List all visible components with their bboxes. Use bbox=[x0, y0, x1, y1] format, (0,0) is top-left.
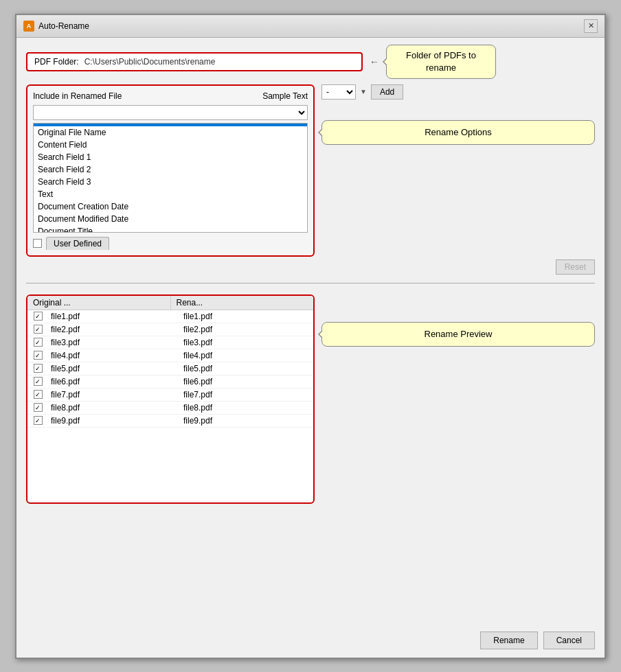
table-row[interactable]: ✓file3.pdffile3.pdf bbox=[27, 336, 313, 349]
callout-folder: Folder of PDFs torename bbox=[386, 45, 496, 79]
renamed-filename: file8.pdf bbox=[181, 403, 313, 413]
dialog: A Auto-Rename ✕ PDF Folder: C:\Users\Pub… bbox=[15, 14, 606, 659]
table-row[interactable]: ✓file5.pdffile5.pdf bbox=[27, 362, 313, 375]
table-row[interactable]: ✓file7.pdffile7.pdf bbox=[27, 389, 313, 402]
rename-field-dropdown[interactable] bbox=[33, 105, 308, 120]
preview-col-renamed-header: Rena... bbox=[171, 296, 314, 310]
row-check-cell: ✓ bbox=[27, 325, 48, 334]
right-preview-controls: Rename Preview bbox=[321, 294, 595, 347]
add-button[interactable]: Add bbox=[371, 84, 403, 100]
list-item[interactable]: Original File Name bbox=[34, 126, 307, 139]
original-filename: file6.pdf bbox=[48, 377, 181, 386]
preview-col-original-header: Original ... bbox=[27, 296, 171, 310]
row-check-cell: ✓ bbox=[27, 338, 48, 347]
list-item[interactable]: Document Creation Date bbox=[34, 200, 307, 213]
preview-panel: Original ... Rena... ✓file1.pdffile1.pdf… bbox=[26, 294, 315, 504]
renamed-filename: file7.pdf bbox=[181, 390, 313, 399]
row-check-cell: ✓ bbox=[27, 364, 48, 373]
user-defined-tab[interactable]: User Defined bbox=[46, 237, 109, 250]
pdf-folder-box: PDF Folder: C:\Users\Public\Documents\re… bbox=[26, 52, 363, 71]
renamed-filename: file5.pdf bbox=[181, 364, 313, 373]
callout-rename-text: Rename Options bbox=[425, 127, 492, 137]
row-check-cell: ✓ bbox=[27, 390, 48, 399]
title-bar-left: A Auto-Rename bbox=[23, 21, 89, 32]
app-icon: A bbox=[23, 21, 34, 32]
title-bar: A Auto-Rename ✕ bbox=[16, 15, 605, 38]
list-item[interactable]: Content Field bbox=[34, 139, 307, 151]
rename-button[interactable]: Rename bbox=[480, 632, 537, 649]
separator bbox=[26, 283, 595, 283]
renamed-filename: file4.pdf bbox=[181, 351, 313, 360]
row-checkbox[interactable]: ✓ bbox=[34, 312, 43, 321]
renamed-filename: file2.pdf bbox=[181, 325, 313, 334]
table-row[interactable]: ✓file8.pdffile8.pdf bbox=[27, 402, 313, 415]
original-filename: file3.pdf bbox=[48, 338, 181, 347]
row-checkbox[interactable]: ✓ bbox=[34, 325, 43, 334]
original-filename: file2.pdf bbox=[48, 325, 181, 334]
table-row[interactable]: ✓file9.pdffile9.pdf bbox=[27, 415, 313, 428]
list-item[interactable]: Search Field 2 bbox=[34, 163, 307, 176]
row-checkbox[interactable]: ✓ bbox=[34, 338, 43, 347]
listbox-container[interactable]: Original File Name Content Field Search … bbox=[33, 123, 308, 233]
dash-dropdown-arrow: ▼ bbox=[360, 88, 367, 95]
sample-label: Sample Text bbox=[262, 91, 308, 101]
original-filename: file7.pdf bbox=[48, 390, 181, 399]
bottom-options-row: Reset bbox=[26, 259, 595, 275]
list-item[interactable]: Document Modified Date bbox=[34, 213, 307, 225]
list-item[interactable]: Text bbox=[34, 188, 307, 200]
row-check-cell: ✓ bbox=[27, 377, 48, 386]
renamed-filename: file9.pdf bbox=[181, 416, 313, 426]
add-row: - ▼ Add bbox=[321, 84, 595, 100]
preview-body: ✓file1.pdffile1.pdf✓file2.pdffile2.pdf✓f… bbox=[27, 310, 313, 502]
table-row[interactable]: ✓file2.pdffile2.pdf bbox=[27, 323, 313, 336]
original-filename: file1.pdf bbox=[48, 312, 181, 321]
renamed-filename: file6.pdf bbox=[181, 377, 313, 386]
row-check-cell: ✓ bbox=[27, 312, 48, 321]
list-item[interactable]: Document Title bbox=[34, 225, 307, 233]
cancel-button[interactable]: Cancel bbox=[543, 632, 595, 649]
user-defined-checkbox[interactable] bbox=[33, 239, 42, 248]
original-filename: file4.pdf bbox=[48, 351, 181, 360]
preview-header-row: Original ... Rena... bbox=[27, 296, 313, 310]
row-check-cell: ✓ bbox=[27, 403, 48, 412]
renamed-filename: file3.pdf bbox=[181, 338, 313, 347]
row-check-cell: ✓ bbox=[27, 416, 48, 425]
table-row[interactable]: ✓file4.pdffile4.pdf bbox=[27, 349, 313, 362]
dropdown-row bbox=[33, 105, 308, 120]
user-defined-row: User Defined bbox=[33, 237, 308, 250]
original-filename: file8.pdf bbox=[48, 403, 181, 413]
row-checkbox[interactable]: ✓ bbox=[34, 390, 43, 399]
callout-preview: Rename Preview bbox=[321, 322, 595, 347]
row-check-cell: ✓ bbox=[27, 351, 48, 360]
row-checkbox[interactable]: ✓ bbox=[34, 351, 43, 360]
original-filename: file9.pdf bbox=[48, 416, 181, 426]
callout-rename: Rename Options bbox=[321, 120, 595, 145]
callout-preview-text: Rename Preview bbox=[425, 329, 493, 339]
close-button[interactable]: ✕ bbox=[584, 19, 598, 33]
row-checkbox[interactable]: ✓ bbox=[34, 416, 43, 425]
preview-section: Original ... Rena... ✓file1.pdffile1.pdf… bbox=[26, 294, 595, 504]
row-checkbox[interactable]: ✓ bbox=[34, 364, 43, 373]
original-filename: file5.pdf bbox=[48, 364, 181, 373]
pdf-folder-label: PDF Folder: bbox=[34, 57, 79, 67]
main-row: Include in Renamed File Sample Text Orig… bbox=[26, 84, 595, 257]
row-checkbox[interactable]: ✓ bbox=[34, 403, 43, 412]
list-item[interactable]: Search Field 1 bbox=[34, 151, 307, 163]
dialog-content: PDF Folder: C:\Users\Public\Documents\re… bbox=[16, 38, 605, 511]
dialog-footer: Rename Cancel bbox=[480, 632, 595, 649]
row-checkbox[interactable]: ✓ bbox=[34, 377, 43, 386]
folder-arrow: ← bbox=[370, 56, 379, 67]
include-label: Include in Renamed File bbox=[33, 91, 122, 101]
dialog-title: Auto-Rename bbox=[38, 21, 89, 31]
callout-folder-text: Folder of PDFs torename bbox=[406, 50, 476, 73]
table-row[interactable]: ✓file1.pdffile1.pdf bbox=[27, 310, 313, 323]
reset-button[interactable]: Reset bbox=[556, 259, 595, 275]
table-row[interactable]: ✓file6.pdffile6.pdf bbox=[27, 375, 313, 389]
pdf-folder-section: PDF Folder: C:\Users\Public\Documents\re… bbox=[26, 45, 595, 79]
renamed-filename: file1.pdf bbox=[181, 312, 313, 321]
dash-dropdown[interactable]: - bbox=[321, 84, 356, 100]
right-controls: - ▼ Add Rename Options bbox=[321, 84, 595, 145]
list-item[interactable]: Search Field 3 bbox=[34, 176, 307, 188]
rename-options-panel: Include in Renamed File Sample Text Orig… bbox=[26, 84, 315, 257]
pdf-folder-path: C:\Users\Public\Documents\rename bbox=[84, 57, 216, 67]
